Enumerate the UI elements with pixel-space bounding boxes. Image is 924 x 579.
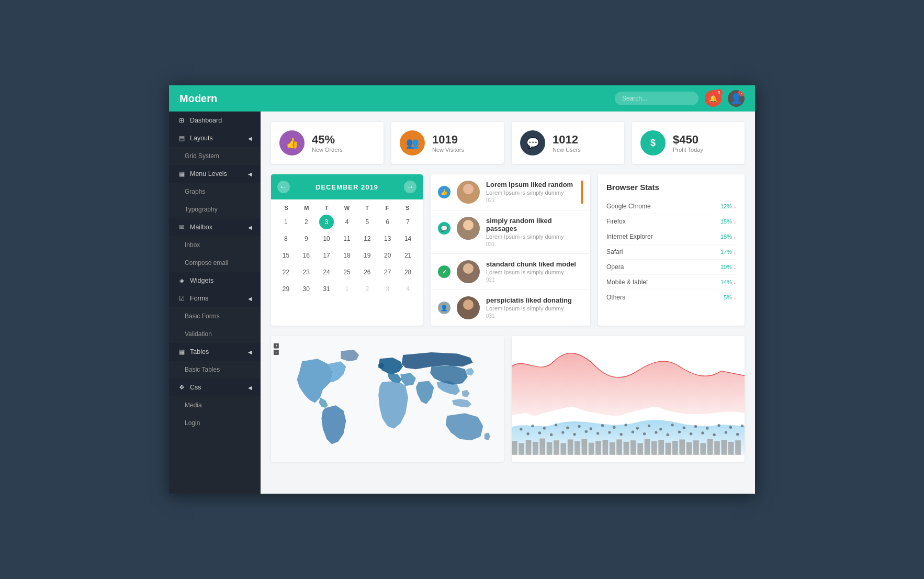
feed-time-3: 021 [486,277,583,283]
cal-day-31[interactable]: 31 [319,282,334,296]
svg-rect-29 [658,440,664,454]
cal-day-27[interactable]: 27 [380,265,395,280]
css-arrow: ◀ [248,385,252,391]
cal-day-7[interactable]: 7 [401,215,415,229]
cal-day-10[interactable]: 10 [319,231,334,246]
cal-day-2-other[interactable]: 2 [360,282,375,296]
svg-rect-25 [630,440,636,455]
cal-day-30[interactable]: 30 [299,282,313,296]
sidebar-item-graphs[interactable]: Graphs [169,183,261,201]
sidebar-label-basic-forms: Basic Forms [185,313,220,320]
header-right: 🔔 3 👤 2 [615,90,745,107]
tables-arrow: ◀ [248,349,252,355]
sidebar-item-basic-forms[interactable]: Basic Forms [169,307,261,325]
bell-button[interactable]: 🔔 3 [705,90,722,107]
cal-day-18[interactable]: 18 [340,248,354,263]
cal-day-13[interactable]: 13 [380,231,395,246]
menu-levels-icon: ▦ [177,170,186,177]
world-map-container: + - [271,336,504,462]
cal-day-11[interactable]: 11 [340,231,354,246]
cal-day-17[interactable]: 17 [319,248,334,263]
cal-day-29[interactable]: 29 [278,282,293,296]
cal-day-24[interactable]: 24 [319,265,334,280]
stat-icon-orders: 👍 [279,130,305,155]
cal-day-4-other[interactable]: 4 [401,282,415,296]
svg-point-47 [590,427,592,430]
line-chart-card [512,336,745,462]
cal-day-20[interactable]: 20 [380,248,395,263]
line-chart-container [512,336,745,462]
cal-day-header-t2: T [357,205,377,211]
cal-day-9[interactable]: 9 [299,231,313,246]
layouts-icon: ▤ [177,135,186,142]
cal-day-28[interactable]: 28 [401,265,415,280]
feed-title-4: perspiciatis liked donating [486,296,583,304]
sidebar-item-mailbox[interactable]: ✉ Mailbox ◀ [169,218,261,236]
stat-number-orders: 45% [312,133,343,147]
cal-day-23[interactable]: 23 [299,265,313,280]
sidebar-item-validation[interactable]: Validation [169,325,261,343]
cal-next-button[interactable]: → [404,181,416,193]
sidebar-item-layouts[interactable]: ▤ Layouts ◀ [169,129,261,147]
sidebar-item-tables[interactable]: ▦ Tables ◀ [169,343,261,361]
svg-rect-27 [645,439,650,455]
cal-day-6[interactable]: 6 [380,215,395,229]
sidebar-item-css[interactable]: ❖ Css ◀ [169,378,261,396]
stat-label-profit: Profit Today [673,147,703,153]
cal-day-22[interactable]: 22 [278,265,293,280]
cal-day-14[interactable]: 14 [401,231,415,246]
sidebar-item-menu-levels[interactable]: ▦ Menu Levels ◀ [169,165,261,183]
sidebar-item-inbox[interactable]: Inbox [169,236,261,254]
svg-rect-15 [560,443,566,455]
cal-day-26[interactable]: 26 [360,265,375,280]
main-content: 👍 45% New Orders 👥 1019 New Visitors 💬 [261,112,755,494]
cal-day-15[interactable]: 15 [278,248,293,263]
sidebar-item-dashboard[interactable]: ⊞ Dashboard [169,112,261,129]
cal-day-8[interactable]: 8 [278,231,293,246]
cal-day-19[interactable]: 19 [360,248,375,263]
sidebar-item-forms[interactable]: ☑ Forms ◀ [169,290,261,307]
svg-rect-28 [651,441,657,455]
cal-day-25[interactable]: 25 [340,265,354,280]
logo: Modern [179,93,217,105]
feed-content-3: standard chunk liked model Lorem Ipsum i… [486,260,583,283]
avatar-button[interactable]: 👤 2 [728,90,745,107]
svg-point-42 [531,425,534,427]
svg-point-57 [706,427,708,429]
svg-point-51 [636,427,639,429]
cal-day-21[interactable]: 21 [401,248,415,263]
calendar-grid: S M T W T F S 12345678910111213141516171… [271,199,423,302]
sidebar-item-grid-system[interactable]: Grid System [169,147,261,165]
svg-point-60 [741,425,743,427]
sidebar-label-menu-levels: Menu Levels [190,170,227,177]
cal-day-3[interactable]: 3 [319,215,334,229]
sidebar-item-compose[interactable]: Compose email [169,254,261,272]
cal-prev-button[interactable]: ← [277,181,290,193]
feed-action-icon-3: ✔ [438,265,450,278]
bell-badge: 3 [715,89,723,96]
cal-day-5[interactable]: 5 [360,215,375,229]
svg-rect-20 [595,441,601,455]
cal-day-16[interactable]: 16 [299,248,313,263]
sidebar-item-typography[interactable]: Typography [169,201,261,218]
sidebar-item-media[interactable]: Media [169,396,261,414]
search-input[interactable] [615,92,698,105]
world-map-svg: + - [271,336,504,462]
svg-point-58 [717,424,720,427]
sidebar-item-login[interactable]: Login [169,414,261,432]
svg-rect-35 [700,443,706,455]
sidebar-item-basic-tables[interactable]: Basic Tables [169,361,261,378]
sidebar-label-login: Login [185,419,200,427]
cal-day-2[interactable]: 2 [299,215,313,229]
calendar-card: ← DECEMBER 2019 → S M T W T F S [271,174,423,326]
cal-day-3-other[interactable]: 3 [380,282,395,296]
browser-item-chrome: Google Chrome 12%↓ [606,199,736,214]
cal-day-4[interactable]: 4 [340,215,354,229]
cal-day-1-other[interactable]: 1 [340,282,354,296]
stat-number-users: 1012 [553,133,581,147]
sidebar-item-widgets[interactable]: ◈ Widgets [169,272,261,290]
cal-day-12[interactable]: 12 [360,231,375,246]
svg-point-65 [573,433,576,436]
feed-content-4: perspiciatis liked donating Lorem Ipsum … [486,296,583,319]
cal-day-1[interactable]: 1 [278,215,293,229]
